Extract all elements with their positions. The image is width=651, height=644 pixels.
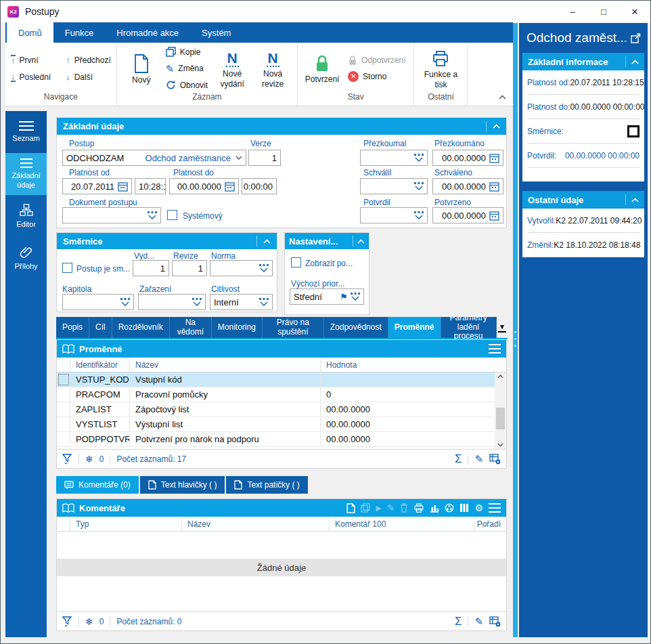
sidebar-item-seznam[interactable]: Seznam bbox=[5, 111, 47, 153]
tab-komentare[interactable]: Komentáře (0) bbox=[56, 476, 139, 494]
column-header-name[interactable]: Název bbox=[130, 358, 321, 372]
copy-button[interactable]: Kopie bbox=[166, 47, 208, 57]
next-button[interactable]: ↓Další bbox=[66, 72, 111, 82]
norma-combo[interactable] bbox=[210, 260, 273, 276]
change-button[interactable]: ✎ Změna bbox=[166, 64, 208, 74]
platnost-do-time-field[interactable]: 0:00:00 bbox=[242, 178, 277, 194]
sidebar-item-zakladni-udaje[interactable]: Základní údaje bbox=[5, 153, 47, 195]
vydani-field[interactable]: 1 bbox=[133, 260, 169, 276]
schvaleno-field[interactable]: 00.00.0000 bbox=[432, 178, 503, 194]
confirm-button[interactable]: Potvrzení bbox=[303, 52, 341, 84]
prezkoumal-combo[interactable] bbox=[360, 150, 428, 166]
ribbon-collapse-button[interactable] bbox=[499, 90, 506, 102]
ribbon-tab-hromadne-akce[interactable]: Hromadné akce bbox=[105, 22, 190, 43]
sidebar-item-editor[interactable]: Editor bbox=[5, 195, 47, 237]
table-row[interactable]: PODPPOTVRZ Potvrzení pro nárok na podpor… bbox=[57, 432, 495, 447]
platnost-od-time-field[interactable]: 10:28:15 bbox=[135, 178, 166, 194]
column-header-komentar[interactable]: Komentář 100 bbox=[330, 517, 475, 531]
table-row[interactable]: VYSTLIST Výstupní list 00.00.0000 bbox=[57, 417, 495, 432]
new-issue-button[interactable]: N Nové vydání bbox=[213, 48, 251, 89]
filter-icon[interactable] bbox=[62, 454, 72, 465]
snowflake-icon[interactable]: ❄ bbox=[85, 454, 93, 464]
table-row[interactable]: VSTUP_KOD Vstupní kód bbox=[57, 372, 495, 387]
postup-combo[interactable]: ODCHODZAM Odchod zaměstnance bbox=[62, 150, 246, 166]
table-row[interactable]: ZAPLIST Zápočtový list 00.00.0000 bbox=[57, 402, 495, 417]
column-header-poradi[interactable]: Pořadí bbox=[475, 517, 506, 531]
tab-text-paticky[interactable]: Text patičky ( ) bbox=[226, 476, 307, 494]
vertical-scrollbar[interactable] bbox=[495, 372, 506, 449]
dokument-combo[interactable] bbox=[62, 207, 161, 223]
citlivost-combo[interactable]: Interní bbox=[210, 294, 273, 310]
last-button[interactable]: ↓Poslední bbox=[11, 72, 51, 82]
play-icon[interactable]: ▶ bbox=[376, 504, 381, 513]
table-add-icon[interactable] bbox=[489, 454, 501, 465]
tab-zodpovednost[interactable]: Zodpovědnost bbox=[324, 317, 388, 338]
filter-icon[interactable] bbox=[62, 616, 72, 627]
tab-rozdelovnik[interactable]: Rozdělovník bbox=[112, 317, 170, 338]
collapse-nastaveni-button[interactable] bbox=[353, 236, 365, 246]
tab-promenne[interactable]: Proměnné bbox=[388, 317, 441, 338]
verze-field[interactable]: 1 bbox=[248, 150, 281, 166]
priorita-combo[interactable]: Střední ⚑ bbox=[290, 288, 364, 305]
zobrazit-checkbox[interactable] bbox=[291, 257, 301, 267]
tab-popis[interactable]: Popis bbox=[56, 317, 89, 338]
column-header-value[interactable]: Hodnota bbox=[321, 358, 495, 372]
external-link-icon[interactable] bbox=[631, 33, 641, 43]
scroll-up-icon[interactable] bbox=[497, 374, 503, 379]
schvalil-combo[interactable] bbox=[360, 178, 428, 194]
new-button[interactable]: Nový bbox=[122, 51, 160, 85]
cancel-button[interactable]: ✕ Storno bbox=[348, 71, 405, 82]
new-revision-button[interactable]: N Nová revize bbox=[254, 48, 292, 89]
ribbon-tab-funkce[interactable]: Funkce bbox=[53, 22, 106, 43]
prezkoumano-field[interactable]: 00.00.0000 bbox=[432, 150, 503, 166]
settings-gear-icon[interactable]: ⚙ bbox=[474, 503, 483, 513]
sidebar-item-prilohy[interactable]: Přílohy bbox=[5, 237, 47, 279]
platnost-od-date-field[interactable]: 20.07.2011 bbox=[62, 178, 132, 194]
ribbon-tab-system[interactable]: Systém bbox=[190, 22, 242, 43]
functions-print-button[interactable]: Funkce a tisk bbox=[420, 47, 462, 89]
chart-icon[interactable] bbox=[430, 503, 439, 513]
scrollbar-thumb[interactable] bbox=[496, 408, 505, 429]
smernice-checkbox[interactable] bbox=[627, 125, 639, 137]
column-header-nazev[interactable]: Název bbox=[182, 517, 330, 531]
close-button[interactable]: ✕ bbox=[619, 1, 650, 22]
minimize-button[interactable]: – bbox=[557, 1, 588, 22]
snowflake-icon[interactable]: ❄ bbox=[85, 617, 93, 626]
tab-text-hlavicky[interactable]: Text hlavičky ( ) bbox=[140, 476, 225, 494]
previous-button[interactable]: ↑Předchozí bbox=[66, 56, 111, 65]
table-menu-icon[interactable] bbox=[489, 503, 501, 513]
scroll-down-icon[interactable] bbox=[497, 443, 503, 447]
tab-pravo-na-spusteni[interactable]: Právo na spuštění bbox=[263, 317, 324, 338]
zarazeni-combo[interactable] bbox=[138, 294, 206, 310]
first-button[interactable]: ↑První bbox=[11, 55, 51, 65]
print-icon[interactable] bbox=[413, 503, 424, 513]
collapse-basic-info-button[interactable] bbox=[625, 56, 639, 67]
panel-splitter[interactable] bbox=[513, 23, 518, 637]
ribbon-tab-domu[interactable]: Domů bbox=[7, 22, 53, 43]
delete-record-icon[interactable] bbox=[400, 503, 408, 513]
maximize-button[interactable]: □ bbox=[588, 1, 619, 22]
unconfirm-button[interactable]: Odpotvrzení bbox=[348, 56, 405, 66]
tab-cil[interactable]: Cíl bbox=[89, 317, 112, 338]
tab-overflow-button[interactable]: ▼ bbox=[497, 317, 508, 338]
tab-monitoring[interactable]: Monitoring bbox=[212, 317, 263, 338]
platnost-do-date-field[interactable]: 00.00.0000 bbox=[169, 178, 239, 194]
refresh-button[interactable]: Obnovit bbox=[166, 80, 208, 90]
copy-record-icon[interactable] bbox=[361, 503, 370, 513]
potvrzeno-field[interactable]: 00.00.0000 bbox=[432, 207, 503, 223]
column-header-typ[interactable]: Typ bbox=[70, 517, 182, 531]
sum-icon[interactable]: Σ bbox=[455, 453, 462, 465]
columns-icon[interactable] bbox=[459, 503, 469, 513]
tab-na-vedomi[interactable]: Na vědomí bbox=[170, 317, 212, 338]
edit-icon[interactable]: ✎ bbox=[474, 454, 483, 464]
table-row[interactable]: PRACPOM Pracovní pomůcky 0 bbox=[57, 387, 495, 402]
revize-field[interactable]: 1 bbox=[172, 260, 207, 276]
potvrdil-combo[interactable] bbox=[360, 207, 428, 223]
edit-record-icon[interactable]: ✎ bbox=[387, 502, 395, 513]
new-record-icon[interactable] bbox=[346, 503, 355, 513]
edit-icon[interactable]: ✎ bbox=[474, 616, 483, 626]
systemovy-checkbox[interactable] bbox=[167, 210, 177, 220]
postup-je-smernici-checkbox[interactable] bbox=[62, 263, 72, 273]
color-wheel-icon[interactable] bbox=[445, 503, 454, 513]
table-menu-icon[interactable] bbox=[489, 344, 501, 353]
